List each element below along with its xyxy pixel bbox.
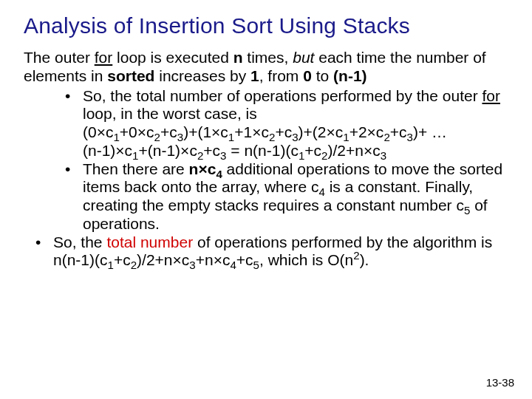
slide-title: Analysis of Insertion Sort Using Stacks xyxy=(24,13,508,38)
text: ). xyxy=(360,251,369,268)
text: times, xyxy=(243,49,293,66)
highlight-total: total number xyxy=(106,233,193,250)
slide-body: The outer for loop is executed n times, … xyxy=(24,49,508,270)
text: )/2+n×c xyxy=(137,251,189,268)
text: Then there are xyxy=(83,160,189,177)
bullet-3: So, the total number of operations perfo… xyxy=(35,233,508,270)
expr: )+(2×c xyxy=(299,123,344,140)
sub: 2 xyxy=(383,131,389,143)
sub: 5 xyxy=(253,259,259,272)
text: loop, in the worst case, is xyxy=(83,105,257,122)
expr: (n-1)×c xyxy=(83,142,132,159)
expr: = n(n-1)(c xyxy=(226,142,298,159)
expr: +c xyxy=(203,142,220,159)
expr: +(n-1)×c xyxy=(139,142,197,159)
text: , from xyxy=(259,67,304,84)
num-0: 0 xyxy=(303,67,312,84)
text: loop is executed xyxy=(112,49,233,66)
text: +n×c xyxy=(196,251,231,268)
expr: +c xyxy=(275,123,292,140)
slide: Analysis of Insertion Sort Using Stacks … xyxy=(0,0,532,399)
var-sorted: sorted xyxy=(107,67,154,84)
expr: +c xyxy=(160,123,177,140)
num-1: 1 xyxy=(250,67,259,84)
expr: +c xyxy=(304,142,321,159)
sub: 4 xyxy=(230,259,236,272)
keyword-for: for xyxy=(482,87,500,104)
sup: 2 xyxy=(353,249,359,262)
text: So, the total number of operations perfo… xyxy=(83,87,482,104)
text: , which is O(n xyxy=(259,251,353,268)
intro-paragraph: The outer for loop is executed n times, … xyxy=(24,49,508,86)
text: increases by xyxy=(154,67,250,84)
text: The outer xyxy=(24,49,95,66)
expr: +1×c xyxy=(234,123,269,140)
text: +c xyxy=(114,251,131,268)
text: to xyxy=(312,67,333,84)
text: +c xyxy=(236,251,253,268)
sub: 1 xyxy=(108,259,114,272)
inner-bullet-list: So, the total number of operations perfo… xyxy=(24,87,508,233)
text: So, the xyxy=(53,233,106,250)
expr: +2×c xyxy=(349,123,384,140)
page-number: 13-38 xyxy=(486,376,514,389)
sub: 2 xyxy=(131,259,137,272)
expr-n-minus-1: (n-1) xyxy=(333,67,367,84)
bullet-1: So, the total number of operations perfo… xyxy=(65,87,508,160)
expr-nxc4: n×c4 xyxy=(189,160,222,177)
sub: 3 xyxy=(407,131,413,143)
expr: +c xyxy=(390,123,407,140)
bullet-2: Then there are n×c4 additional operation… xyxy=(65,160,508,233)
expr: (0×c xyxy=(83,123,113,140)
expr: )+ … xyxy=(413,123,447,140)
sub: 3 xyxy=(189,259,195,272)
expr: )+(1×c xyxy=(183,123,228,140)
text: n×c xyxy=(189,160,216,177)
var-n: n xyxy=(233,49,243,66)
keyword-for: for xyxy=(95,49,113,66)
emph-but: but xyxy=(293,49,314,66)
outer-bullet-list: So, the total number of operations perfo… xyxy=(24,233,508,270)
expr: )/2+n×c xyxy=(328,142,381,159)
expr: +0×c xyxy=(120,123,154,140)
